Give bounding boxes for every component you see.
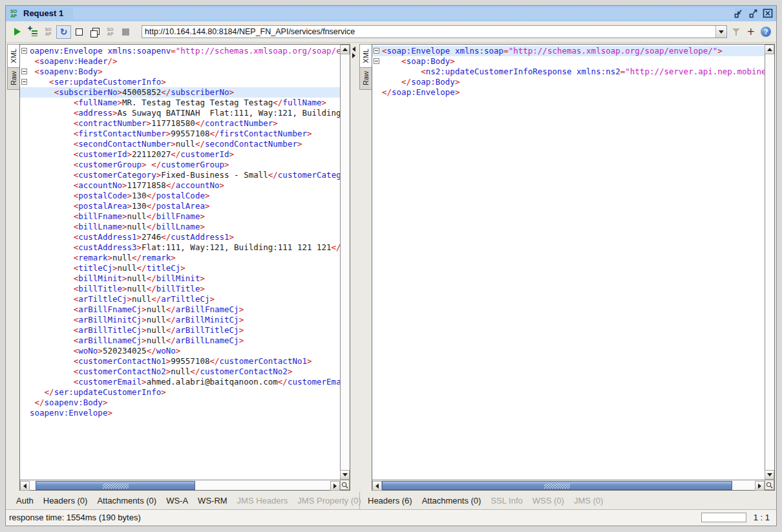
code-line: <contractNumber>117718580</contractNumbe… [20,118,340,129]
minimize-button[interactable] [732,8,744,19]
response-editor: <soap:Envelope xmlns:soap="http://schema… [372,44,775,491]
tab-auth[interactable]: Auth [16,496,34,505]
scroll-up-button[interactable] [340,45,350,54]
soap-version-button[interactable]: SOAP [41,25,56,39]
tab-ws-a[interactable]: WS-A [166,496,188,505]
zoom-button[interactable] [340,480,350,490]
create-empty-button[interactable] [72,25,87,39]
fold-collapse-icon[interactable] [21,69,27,74]
code-line: <soap:Envelope xmlns:soap="http://schema… [372,46,765,56]
titlebar-texture [73,8,735,19]
collapse-left-icon[interactable] [352,47,355,52]
tab-row-divider [359,492,360,509]
pane-splitter[interactable] [350,43,359,492]
status-bar: response time: 1554ms (190 bytes) 1 : 1 [6,509,776,526]
tab-label: Raw [362,71,370,85]
close-button[interactable] [762,8,774,19]
tab-jms-property-0: JMS Property (0) [297,496,361,505]
code-line: <accountNo>11771858</accountNo> [20,180,340,191]
maximize-button[interactable] [747,8,759,19]
add-icon[interactable]: + [746,27,755,37]
title-bar: SOAP Request 1 [6,6,776,21]
minimize-icon [734,9,743,18]
scroll-left-button[interactable] [20,481,30,491]
endpoint-combo [142,25,727,38]
endpoint-dropdown-button[interactable] [715,26,726,37]
request-toolbar: SOAP↻SOAP + ? [6,21,776,43]
caret-position-label: 1 : 1 [754,513,770,522]
collapse-right-icon[interactable] [352,53,355,58]
code-line: soapenv:Envelope> [20,408,340,418]
scroll-down-button[interactable] [340,470,350,480]
editor-tab-xml[interactable]: XML [359,44,372,68]
editor-tab-raw[interactable]: Raw [7,67,19,90]
request-window: SOAP Request 1 [5,5,777,526]
bottom-tab-row: AuthHeaders (0)Attachments (0)WS-AWS-RMJ… [6,492,776,509]
tab-label: XML [10,48,17,63]
request-horizontal-scrollbar[interactable] [20,480,340,490]
window-title: Request 1 [23,8,63,18]
tab-wss-0: WSS (0) [533,496,564,505]
code-line: <remark>null</remark> [20,253,340,263]
soap-action-icon: SOAP [107,27,113,36]
response-vertical-scrollbar[interactable] [765,45,774,480]
code-line: <customerContactNo1>99557108</customerCo… [20,356,340,367]
zoom-button[interactable] [765,480,774,490]
tab-jms-0: JMS (0) [574,496,604,505]
response-xml-editor[interactable]: <soap:Envelope xmlns:soap="http://schema… [372,45,765,480]
code-line: <subscriberNo>45005852</subscriberNo> [20,87,340,98]
tab-headers-6[interactable]: Headers (6) [368,496,412,505]
recreate-request-button[interactable]: ↻ [56,25,71,39]
cancel-request-button[interactable] [118,25,133,39]
code-line: <secondContactNumber>null</secondContact… [20,139,340,149]
fold-collapse-icon[interactable] [21,48,27,54]
scroll-up-button[interactable] [765,45,774,54]
code-line: <custAddress1>2746</custAddress1> [20,232,340,242]
scroll-right-button[interactable] [755,481,765,491]
help-icon[interactable]: ? [761,27,771,37]
soap-action-button[interactable]: SOAP [103,25,118,39]
tab-attachments-0[interactable]: Attachments (0) [422,496,481,505]
scroll-down-button[interactable] [765,470,774,480]
endpoint-url-input[interactable] [142,26,715,37]
code-line: oapenv:Envelope xmlns:soapenv="http://sc… [20,46,340,56]
code-line: <fullName>MR. Testag Testag Testag Testa… [20,98,340,108]
fold-collapse-icon[interactable] [374,48,379,54]
code-line: <billTitle>null</billTitle> [20,284,340,294]
tab-label: XML [362,48,370,63]
status-field [701,513,746,522]
clone-request-button[interactable] [87,25,102,39]
tab-ws-rm[interactable]: WS-RM [198,496,227,505]
submit-request-icon [14,28,21,36]
tab-attachments-0[interactable]: Attachments (0) [97,496,156,505]
request-xml-editor[interactable]: oapenv:Envelope xmlns:soapenv="http://sc… [20,45,340,480]
code-line: <postalArea>130</postalArea> [20,201,340,211]
code-line: <ser:updateCustomerInfo> [20,77,340,87]
code-line: <customerEmail>ahmed.alabri@baitqanoon.c… [20,377,340,387]
code-line: <address>As Suwayq BATINAH Flat:111, Way… [20,108,340,118]
fold-collapse-icon[interactable] [21,79,27,85]
scroll-right-button[interactable] [330,481,340,491]
code-line: </soap:Envelope> [372,87,765,98]
code-line: <postalCode>130</postalCode> [20,191,340,201]
add-to-testcase-button[interactable] [25,25,40,39]
code-line: <titleCj>null</titleCj> [20,263,340,273]
scroll-left-button[interactable] [372,481,382,491]
response-time-label: response time: 1554ms (190 bytes) [9,513,141,522]
fold-collapse-icon[interactable] [374,58,379,64]
submit-request-button[interactable] [10,25,25,39]
tab-headers-0[interactable]: Headers (0) [43,496,88,505]
editor-tab-raw[interactable]: Raw [359,67,372,90]
response-horizontal-scrollbar[interactable] [372,480,765,490]
code-line: <billLname>null</billLname> [20,222,340,232]
code-line: <soapenv:Header/> [20,56,340,67]
code-line: <arBillFnameCj>null</arBillFnameCj> [20,304,340,315]
scrollbar-thumb[interactable] [36,481,195,490]
cancel-request-icon [122,28,129,36]
code-line: <woNo>520234025</woNo> [20,346,340,356]
editor-tab-xml[interactable]: XML [7,44,19,68]
scrollbar-thumb[interactable] [382,481,732,490]
code-line: <soap:Body> [372,56,765,67]
request-vertical-scrollbar[interactable] [340,45,350,480]
tab-ssl-info: SSL Info [491,496,522,505]
